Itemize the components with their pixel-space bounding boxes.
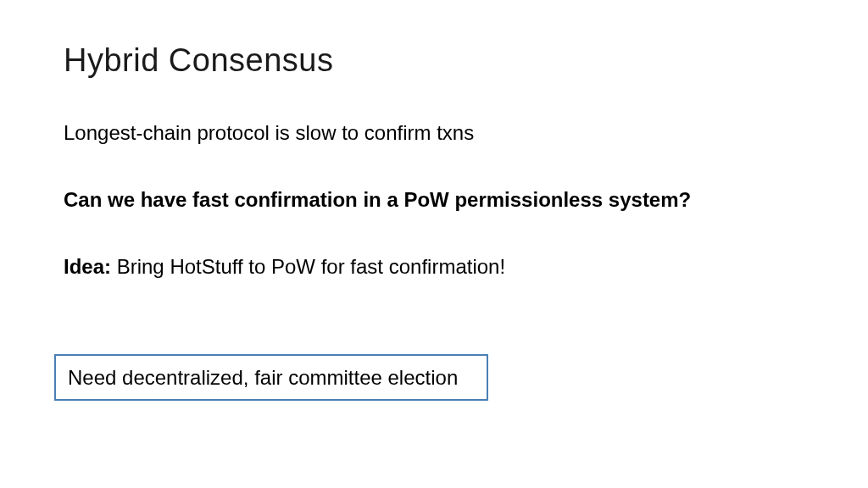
line-idea: Idea: Bring HotStuff to PoW for fast con…: [64, 253, 804, 280]
idea-label: Idea:: [64, 255, 111, 278]
boxed-text: Need decentralized, fair committee elect…: [68, 364, 475, 391]
highlight-box: Need decentralized, fair committee elect…: [54, 354, 488, 401]
slide-title: Hybrid Consensus: [64, 42, 804, 79]
idea-text: Bring HotStuff to PoW for fast confirmat…: [111, 255, 505, 278]
line-longest-chain: Longest-chain protocol is slow to confir…: [64, 119, 804, 146]
line-question: Can we have fast confirmation in a PoW p…: [64, 186, 804, 213]
